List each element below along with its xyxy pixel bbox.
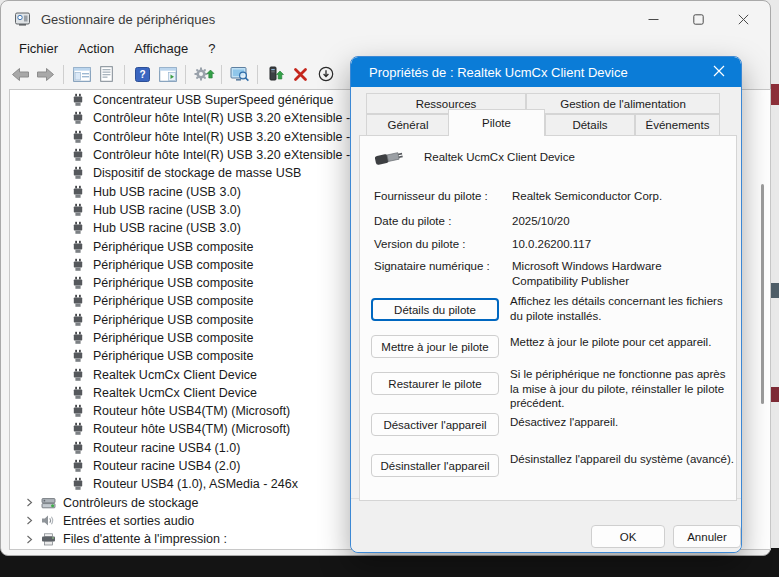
tree-item-label: Contrôleur hôte Intel(R) USB 3.20 eXtens…	[93, 148, 378, 162]
usb-icon	[72, 368, 85, 382]
field-value: Realtek Semiconductor Corp.	[512, 189, 728, 204]
menu-item-fichier[interactable]: Fichier	[9, 39, 68, 58]
window-controls	[631, 1, 766, 37]
scan-hardware-icon	[230, 66, 250, 82]
field-value: 2025/10/20	[512, 214, 728, 229]
disable-device-button[interactable]: Désactiver l'appareil	[371, 413, 499, 436]
tab-pilote[interactable]: Pilote	[448, 109, 545, 136]
usb-icon	[72, 221, 85, 235]
background-window-fragment	[771, 84, 779, 105]
menu-item-action[interactable]: Action	[68, 39, 124, 58]
usb-icon	[72, 93, 85, 107]
roll-back-driver-button[interactable]: Restaurer le pilote	[371, 372, 499, 395]
tree-scrollbar[interactable]	[761, 184, 764, 404]
update-driver-button[interactable]: Mettre à jour le pilote	[371, 335, 499, 358]
tree-item-label: Entrées et sorties audio	[63, 514, 194, 528]
tree-item-label: Périphérique USB composite	[93, 313, 254, 327]
action-description: Désactivez l'appareil.	[510, 415, 736, 430]
usb-icon	[72, 331, 85, 345]
usb-icon	[72, 294, 85, 308]
scan-hardware-button[interactable]	[227, 62, 252, 87]
usb-icon	[72, 148, 85, 162]
field-label: Date du pilote :	[374, 214, 512, 229]
properties-dialog: Propriétés de : Realtek UcmCx Client Dev…	[350, 56, 742, 553]
chevron-right-icon[interactable]	[26, 498, 34, 507]
storage-icon	[41, 496, 57, 510]
usb-icon	[72, 459, 85, 473]
action-description: Désinstallez l'appareil du système (avan…	[510, 452, 736, 467]
update-driver-icon	[193, 66, 215, 82]
menu-item-aide[interactable]: ?	[198, 39, 225, 58]
uninstall-device-icon	[293, 67, 308, 82]
driver-field-row: Version du pilote :10.0.26200.117	[374, 237, 728, 252]
device-header: Realtek UcmCx Client Device	[374, 146, 575, 168]
tab-evenements[interactable]: Événements	[635, 114, 720, 136]
maximize-button[interactable]	[676, 1, 721, 37]
tree-item-label: Routeur hôte USB4(TM) (Microsoft)	[93, 422, 290, 436]
printer-icon	[41, 533, 57, 546]
forward-arrow-icon	[36, 67, 55, 82]
close-icon	[738, 14, 749, 25]
window-titlebar: Gestionnaire de périphériques	[1, 1, 770, 37]
help-button[interactable]: ?	[130, 62, 155, 87]
background-window-fragment	[771, 283, 779, 298]
chevron-right-icon[interactable]	[26, 535, 34, 544]
cancel-button[interactable]: Annuler	[673, 525, 741, 548]
usb-icon	[72, 166, 85, 180]
tree-item-label: Routeur racine USB4 (2.0)	[93, 459, 240, 473]
properties-button[interactable]	[94, 62, 119, 87]
usb-icon	[72, 240, 85, 254]
driver-details-button[interactable]: Détails du pilote	[371, 298, 499, 321]
disable-device-button[interactable]	[313, 62, 338, 87]
maximize-icon	[693, 14, 704, 25]
tab-alimentation[interactable]: Gestion de l'alimentation	[526, 93, 720, 114]
disable-device-icon	[318, 66, 334, 82]
show-console-tree-button[interactable]	[69, 62, 94, 87]
help-icon: ?	[135, 67, 150, 82]
driver-field-row: Date du pilote :2025/10/20	[374, 214, 728, 229]
forward-button[interactable]	[33, 62, 58, 87]
dialog-footer: OK Annuler	[351, 498, 741, 552]
svg-text:?: ?	[139, 69, 145, 80]
usb-icon	[72, 349, 85, 363]
toolbar-separator	[124, 65, 125, 84]
enable-device-button[interactable]	[263, 62, 288, 87]
tab-general[interactable]: Général	[366, 114, 450, 136]
dialog-titlebar: Propriétés de : Realtek UcmCx Client Dev…	[351, 57, 741, 87]
dialog-close-button[interactable]	[697, 57, 741, 87]
action-description: Affichez les détails concernant les fich…	[510, 294, 736, 323]
usb-plug-icon	[374, 146, 408, 168]
field-value: Microsoft Windows Hardware Compatibility…	[512, 259, 728, 288]
tree-item-label: Périphérique USB composite	[93, 258, 254, 272]
tree-item-label: Routeur USB4 (1.0), ASMedia - 246x	[93, 477, 298, 491]
close-button[interactable]	[721, 1, 766, 37]
dialog-title: Propriétés de : Realtek UcmCx Client Dev…	[369, 65, 628, 80]
tree-item-label: Hub USB racine (USB 3.0)	[93, 221, 241, 235]
tree-item-label: Routeur hôte USB4(TM) (Microsoft)	[93, 404, 290, 418]
back-button[interactable]	[8, 62, 33, 87]
toolbar-separator	[185, 65, 186, 84]
field-label: Fournisseur du pilote :	[374, 189, 512, 204]
enable-device-icon	[267, 66, 285, 82]
action-pane-icon	[159, 67, 177, 82]
chevron-right-icon[interactable]	[26, 516, 34, 525]
tab-details[interactable]: Détails	[545, 114, 635, 136]
usb-icon	[72, 258, 85, 272]
usb-icon	[72, 404, 85, 418]
device-manager-icon	[14, 11, 31, 27]
uninstall-device-button[interactable]	[288, 62, 313, 87]
toolbar-separator	[221, 65, 222, 84]
action-pane-button[interactable]	[155, 62, 180, 87]
tab-page-pilote: Realtek UcmCx Client Device Fournisseur …	[359, 135, 737, 501]
update-driver-button[interactable]	[191, 62, 216, 87]
usb-icon	[72, 130, 85, 144]
tree-item-label: Hub USB racine (USB 3.0)	[93, 185, 241, 199]
minimize-button[interactable]	[631, 1, 676, 37]
tree-item-label: Périphérique USB composite	[93, 276, 254, 290]
tree-item-label: Hub USB racine (USB 3.0)	[93, 203, 241, 217]
ok-button[interactable]: OK	[591, 525, 665, 548]
field-label: Version du pilote :	[374, 237, 512, 252]
menu-item-affichage[interactable]: Affichage	[124, 39, 198, 58]
console-tree-icon	[73, 67, 91, 82]
uninstall-device-button[interactable]: Désinstaller l'appareil	[371, 454, 499, 477]
